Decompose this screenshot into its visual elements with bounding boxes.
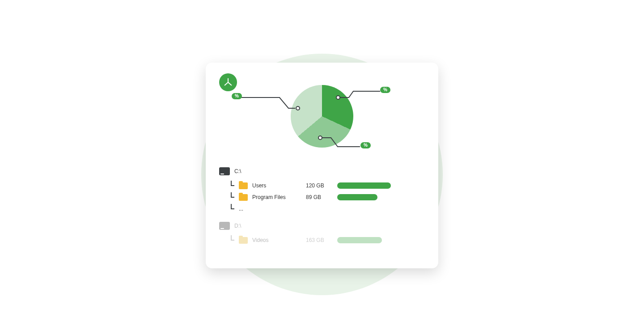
percent-badge: % (360, 142, 371, 148)
drive-row-c[interactable]: C:\ (219, 165, 425, 177)
folder-row-videos[interactable]: Videos 163 GB (219, 234, 425, 246)
folder-size: 89 GB (306, 194, 337, 200)
percent-badge: % (232, 93, 242, 99)
size-bar (337, 194, 377, 200)
folder-name: Videos (252, 237, 306, 243)
pie-chart-icon (291, 85, 353, 148)
folder-row-program-files[interactable]: Program Files 89 GB (219, 191, 425, 203)
svg-line-2 (228, 82, 231, 85)
svg-line-1 (225, 82, 228, 85)
tree-branch-icon (230, 206, 235, 212)
tree-branch-icon (230, 194, 235, 200)
drive-label: C:\ (234, 168, 288, 174)
folder-name: Program Files (252, 194, 306, 200)
drive-row-d[interactable]: D:\ (219, 220, 425, 232)
folder-size: 163 GB (306, 237, 337, 243)
folder-name: Users (252, 182, 306, 189)
tree-branch-icon (230, 237, 235, 243)
folder-icon (239, 237, 248, 244)
folder-icon (239, 182, 248, 189)
drive-icon (219, 167, 230, 175)
folder-row-more[interactable]: ... (219, 203, 425, 215)
tree-branch-icon (230, 182, 235, 189)
folder-row-users[interactable]: Users 120 GB (219, 180, 425, 191)
folder-icon (239, 194, 248, 201)
drive-label: D:\ (234, 223, 288, 229)
disk-usage-pie-chart: % % % (282, 76, 362, 157)
size-bar (337, 182, 391, 189)
size-bar (337, 237, 382, 243)
percent-badge: % (380, 87, 390, 93)
drive-icon (219, 222, 230, 230)
app-card: % % % C:\ Users (206, 63, 438, 268)
folder-size: 120 GB (306, 182, 337, 189)
more-label: ... (239, 206, 292, 212)
app-logo-icon (219, 73, 237, 91)
drive-tree: C:\ Users 120 GB Program Files 89 GB ...… (219, 165, 425, 246)
